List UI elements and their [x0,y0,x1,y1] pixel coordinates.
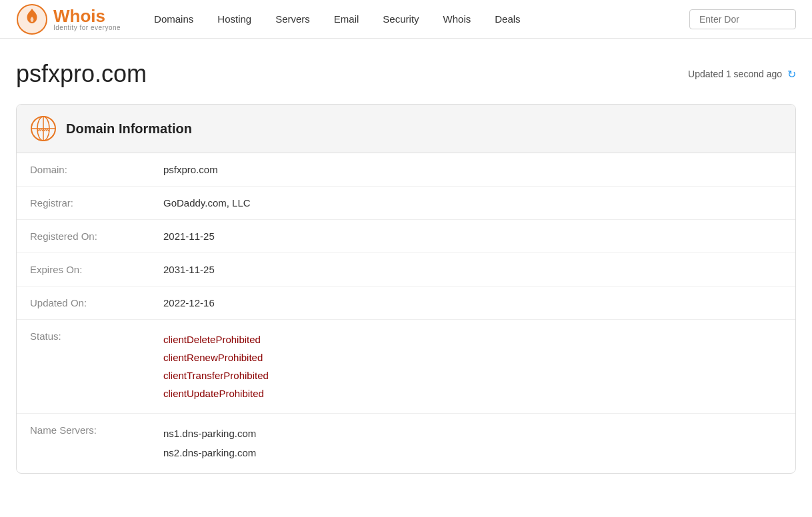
domain-header: psfxpro.com Updated 1 second ago ↻ [16,60,796,88]
logo-subtitle: Identity for everyone [53,25,121,31]
table-row: Name Servers: ns1.dns-parking.com ns2.dn… [17,414,795,474]
domain-title: psfxpro.com [16,60,147,88]
logo-link[interactable]: Whois Identity for everyone [16,3,121,35]
nameserver-item: ns1.dns-parking.com [163,424,782,444]
whois-logo-icon [16,3,48,35]
card-title: Domain Information [66,121,192,137]
card-header: www Domain Information [17,105,795,153]
nav-item-servers[interactable]: Servers [263,0,322,39]
field-label-registrar: Registrar: [17,187,150,220]
table-row: Registrar: GoDaddy.com, LLC [17,187,795,220]
domain-info-card: www Domain Information Domain: psfxpro.c… [16,104,796,474]
table-row: Domain: psfxpro.com [17,153,795,187]
table-row: Expires On: 2031-11-25 [17,253,795,286]
nav-item-deals[interactable]: Deals [483,0,532,39]
field-label-status: Status: [17,320,150,414]
field-label-domain: Domain: [17,153,150,187]
main-content: psfxpro.com Updated 1 second ago ↻ www D… [0,39,812,490]
info-table: Domain: psfxpro.com Registrar: GoDaddy.c… [17,153,795,473]
table-row: Registered On: 2021-11-25 [17,220,795,253]
nameserver-item: ns2.dns-parking.com [163,444,782,463]
field-value-name-servers: ns1.dns-parking.com ns2.dns-parking.com [150,414,795,474]
nav-item-whois[interactable]: Whois [431,0,483,39]
table-row: Status: clientDeleteProhibited clientRen… [17,320,795,414]
field-label-expires-on: Expires On: [17,253,150,286]
field-label-updated-on: Updated On: [17,286,150,320]
field-label-registered-on: Registered On: [17,220,150,253]
logo-title: Whois [53,7,121,25]
field-value-updated-on: 2022-12-16 [150,286,795,320]
www-globe-icon: www [30,115,57,142]
main-nav: Domains Hosting Servers Email Security W… [142,0,689,39]
site-header: Whois Identity for everyone Domains Host… [0,0,812,39]
nav-item-hosting[interactable]: Hosting [205,0,263,39]
status-item: clientTransferProhibited [163,366,782,384]
updated-info: Updated 1 second ago ↻ [688,68,796,81]
svg-text:www: www [37,127,50,133]
nav-item-domains[interactable]: Domains [142,0,205,39]
refresh-icon[interactable]: ↻ [787,68,796,81]
nav-item-security[interactable]: Security [371,0,431,39]
status-item: clientDeleteProhibited [163,330,782,348]
status-item: clientUpdateProhibited [163,384,782,402]
field-value-domain: psfxpro.com [150,153,795,187]
updated-text: Updated 1 second ago [688,69,782,79]
table-row: Updated On: 2022-12-16 [17,286,795,320]
field-value-expires-on: 2031-11-25 [150,253,795,286]
search-input[interactable] [689,9,796,29]
status-item: clientRenewProhibited [163,348,782,366]
field-label-name-servers: Name Servers: [17,414,150,474]
field-value-registrar: GoDaddy.com, LLC [150,187,795,220]
field-value-registered-on: 2021-11-25 [150,220,795,253]
nav-item-email[interactable]: Email [322,0,371,39]
field-value-status: clientDeleteProhibited clientRenewProhib… [150,320,795,414]
